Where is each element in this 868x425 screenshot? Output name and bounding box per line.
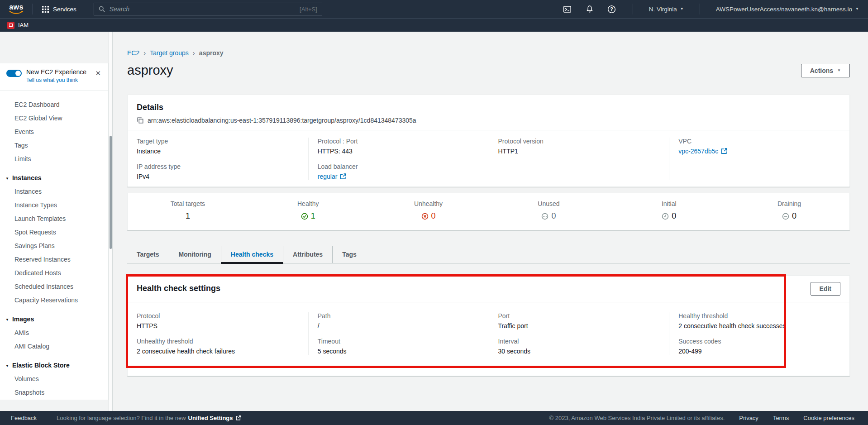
stat-draining: Draining 0	[729, 200, 849, 222]
hc-interval-value: 30 seconds	[498, 348, 660, 355]
clock-icon	[662, 213, 669, 220]
actions-button[interactable]: Actions ▼	[801, 64, 850, 77]
tab-health-checks[interactable]: Health checks	[221, 246, 283, 263]
stat-initial: Initial 0	[609, 200, 729, 222]
chevron-right-icon: ›	[193, 49, 195, 57]
sidebar-item-reserved-instances[interactable]: Reserved Instances	[0, 253, 108, 266]
vpc-link[interactable]: vpc-2657db5c	[678, 148, 840, 155]
global-search: [Alt+S]	[94, 3, 322, 15]
sidebar-item-limits[interactable]: Limits	[0, 152, 108, 166]
breadcrumb-target-groups[interactable]: Target groups	[150, 49, 189, 57]
hc-unhealthy-threshold-value: 2 consecutive health check failures	[137, 348, 299, 355]
unified-settings-link[interactable]: Unified Settings	[188, 415, 233, 421]
services-menu-button[interactable]: Services	[39, 4, 79, 14]
breadcrumb-ec2[interactable]: EC2	[127, 49, 139, 57]
topbar-divider	[700, 4, 700, 14]
sidebar-item-instances[interactable]: Instances	[0, 185, 108, 198]
health-check-heading: Health check settings	[137, 284, 220, 293]
load-balancer-link[interactable]: regular	[318, 173, 480, 180]
x-circle-icon	[421, 213, 429, 220]
sidebar-item-spot-requests[interactable]: Spot Requests	[0, 225, 108, 239]
external-link-icon	[235, 415, 241, 421]
sidebar-section-ebs[interactable]: ▼Elastic Block Store	[0, 358, 108, 372]
region-selector[interactable]: N. Virginia ▼	[646, 6, 687, 13]
console-footer: Feedback Looking for language selection?…	[0, 411, 868, 425]
sidebar-section-images[interactable]: ▼Images	[0, 312, 108, 326]
sidebar-item-savings-plans[interactable]: Savings Plans	[0, 239, 108, 253]
caret-down-icon: ▼	[5, 359, 9, 373]
copy-icon[interactable]	[137, 117, 144, 124]
sidebar-item-capacity-reservations[interactable]: Capacity Reservations	[0, 293, 108, 307]
new-experience-panel: New EC2 Experience Tell us what you thin…	[0, 63, 108, 91]
sidebar-item-launch-templates[interactable]: Launch Templates	[0, 212, 108, 225]
scrollbar-thumb[interactable]	[110, 136, 112, 249]
external-link-icon	[339, 173, 347, 180]
sidebar-section-instances[interactable]: ▼Instances	[0, 171, 108, 185]
tab-monitoring[interactable]: Monitoring	[169, 246, 221, 263]
sidebar-item-snapshots[interactable]: Snapshots	[0, 386, 108, 399]
tab-attributes[interactable]: Attributes	[283, 246, 332, 263]
close-icon[interactable]: ✕	[93, 68, 103, 90]
account-menu[interactable]: AWSPowerUserAccess/navaneeth.kn@harness.…	[713, 6, 862, 13]
field-label: Target type	[137, 138, 299, 145]
breadcrumb: EC2 › Target groups › asproxy	[127, 49, 850, 57]
search-shortcut-hint: [Alt+S]	[300, 6, 317, 13]
stat-unused: Unused 0	[489, 200, 609, 222]
caret-down-icon: ▼	[837, 69, 841, 72]
check-circle-icon	[301, 213, 308, 220]
terms-link[interactable]: Terms	[773, 415, 789, 421]
sidebar-scrollbar[interactable]	[109, 32, 113, 411]
sidebar-item-volumes[interactable]: Volumes	[0, 372, 108, 386]
aws-smile-icon	[9, 10, 24, 14]
target-type-value: Instance	[137, 148, 299, 155]
search-input[interactable]	[110, 5, 296, 13]
field-label: Protocol version	[498, 138, 660, 145]
stat-healthy: Healthy 1	[248, 200, 368, 222]
sidebar-item-ec2-global-view[interactable]: EC2 Global View	[0, 111, 108, 125]
tab-targets[interactable]: Targets	[127, 246, 169, 263]
ip-address-type-value: IPv4	[137, 173, 299, 180]
field-label: Protocol : Port	[318, 138, 480, 145]
sidebar-item-amis[interactable]: AMIs	[0, 326, 108, 339]
tab-tags[interactable]: Tags	[332, 246, 366, 263]
cloudshell-button[interactable]	[560, 3, 575, 15]
sidebar-item-dedicated-hosts[interactable]: Dedicated Hosts	[0, 266, 108, 280]
region-label: N. Virginia	[649, 6, 677, 13]
sidebar-item-scheduled-instances[interactable]: Scheduled Instances	[0, 280, 108, 293]
sidebar-item-events[interactable]: Events	[0, 125, 108, 138]
sidebar-item-instance-types[interactable]: Instance Types	[0, 198, 108, 212]
field-label: Load balancer	[318, 163, 480, 170]
hc-protocol-value: HTTPS	[137, 322, 299, 329]
new-experience-title: New EC2 Experience	[26, 68, 86, 76]
breadcrumb-current: asproxy	[199, 49, 224, 57]
notifications-button[interactable]	[582, 3, 597, 15]
field-label: Success codes	[678, 338, 840, 345]
field-label: Protocol	[137, 312, 299, 320]
field-label: Timeout	[318, 338, 480, 345]
feedback-button[interactable]: Feedback	[11, 415, 37, 421]
caret-down-icon: ▼	[5, 313, 9, 327]
favorite-iam-link[interactable]: IAM	[18, 22, 29, 29]
aws-logo[interactable]: aws	[6, 4, 26, 14]
targets-summary-card: Total targets 1 Healthy 1 Unhealthy 0	[127, 193, 850, 230]
stat-total-targets: Total targets 1	[128, 200, 248, 222]
new-experience-toggle[interactable]	[6, 70, 22, 77]
hc-path-value: /	[318, 322, 480, 329]
edit-button[interactable]: Edit	[811, 282, 840, 296]
topbar-divider	[33, 4, 33, 14]
services-grid-icon	[42, 6, 49, 13]
feedback-link[interactable]: Tell us what you think	[26, 77, 86, 83]
help-button[interactable]: ?	[604, 3, 620, 15]
privacy-link[interactable]: Privacy	[739, 415, 758, 421]
bell-icon	[586, 5, 594, 13]
sidebar-item-tags[interactable]: Tags	[0, 138, 108, 152]
minus-circle-icon	[782, 213, 789, 220]
language-selection-note: Looking for language selection? Find it …	[57, 415, 241, 421]
sidebar-item-ec2-dashboard[interactable]: EC2 Dashboard	[0, 98, 108, 111]
sidebar-nav: EC2 Dashboard EC2 Global View Events Tag…	[0, 91, 108, 399]
aws-console: aws Services [Alt+S] ? N. Virginia	[0, 0, 868, 425]
cookie-preferences-link[interactable]: Cookie preferences	[803, 415, 854, 421]
favorites-bar: IAM	[0, 18, 868, 32]
sidebar-item-ami-catalog[interactable]: AMI Catalog	[0, 339, 108, 353]
protocol-port-value: HTTPS: 443	[318, 148, 480, 155]
